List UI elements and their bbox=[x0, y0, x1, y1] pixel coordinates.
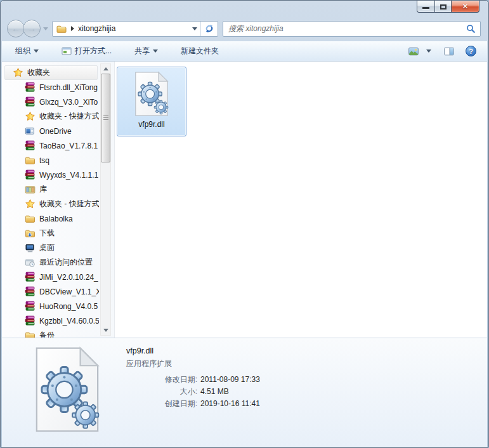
open-with-button[interactable]: 打开方式... bbox=[56, 43, 117, 60]
forward-button[interactable]: → bbox=[23, 20, 41, 37]
breadcrumb-path[interactable]: xitongzhijia bbox=[78, 24, 189, 33]
sidebar-scrollbar[interactable] bbox=[100, 63, 111, 336]
new-folder-button[interactable]: 新建文件夹 bbox=[175, 43, 225, 60]
command-toolbar: 组织 打开方式... 共享 新建文件夹 ? bbox=[2, 41, 487, 62]
open-with-icon bbox=[62, 46, 72, 56]
details-value: 2019-10-16 11:41 bbox=[200, 399, 260, 408]
minimize-button[interactable] bbox=[417, 1, 435, 13]
organize-label: 组织 bbox=[15, 46, 30, 56]
back-button[interactable]: ← bbox=[7, 20, 25, 37]
sidebar-item-label: Kgzbbl_V4.60.0.5 bbox=[39, 317, 99, 326]
sidebar-item-ftsrch[interactable]: Ftsrch.dll_XiTong bbox=[2, 80, 99, 95]
details-file-name: vfp9r.dll bbox=[126, 346, 260, 355]
forward-icon: → bbox=[27, 24, 36, 33]
breadcrumb-arrow-icon[interactable] bbox=[71, 26, 74, 31]
sidebar-item-favorites-shortcut-2[interactable]: 收藏夹 - 快捷方式 bbox=[2, 197, 99, 211]
folder-icon bbox=[25, 331, 36, 338]
details-value: 2011-08-09 17:33 bbox=[200, 375, 260, 384]
chevron-down-icon bbox=[153, 49, 158, 53]
refresh-button[interactable] bbox=[200, 22, 218, 36]
navigation-pane: 收藏夹 Ftsrch.dll_XiTong Glxzq_V3.0_XiTo 收藏… bbox=[2, 62, 115, 338]
organize-button[interactable]: 组织 bbox=[10, 43, 44, 60]
sidebar-item-downloads[interactable]: 下载 bbox=[2, 226, 99, 240]
scroll-down-button[interactable] bbox=[101, 326, 110, 335]
scrollbar-thumb[interactable] bbox=[101, 74, 110, 162]
scroll-up-icon bbox=[103, 67, 108, 70]
sidebar-item-favorites[interactable]: 收藏夹 bbox=[4, 65, 98, 80]
address-dropdown-button[interactable] bbox=[189, 22, 200, 36]
sidebar-item-label: 收藏夹 - 快捷方式 bbox=[39, 199, 99, 209]
sidebar-item-label: tsq bbox=[39, 156, 49, 165]
history-dropdown-icon[interactable] bbox=[43, 27, 48, 30]
sidebar-item-label: Glxzq_V3.0_XiTo bbox=[39, 98, 98, 107]
close-button[interactable]: ✕ bbox=[451, 1, 479, 13]
sidebar-item-jimi[interactable]: JiMi_V2.0.10.24_ bbox=[2, 270, 99, 284]
search-input[interactable] bbox=[223, 24, 466, 33]
search-icon bbox=[466, 24, 476, 34]
rar-archive-icon bbox=[25, 96, 36, 107]
sidebar-item-label: 最近访问的位置 bbox=[39, 257, 93, 268]
maximize-icon bbox=[440, 4, 447, 10]
minimize-icon bbox=[422, 7, 429, 9]
chevron-down-icon bbox=[426, 49, 431, 53]
scroll-down-icon bbox=[103, 329, 108, 332]
details-row-created: 创建日期:2019-10-16 11:41 bbox=[126, 398, 260, 410]
sidebar-item-tsq[interactable]: tsq bbox=[2, 153, 99, 168]
file-list-area[interactable]: vfp9r.dll bbox=[115, 62, 487, 338]
titlebar[interactable]: ✕ bbox=[1, 1, 488, 18]
star-icon bbox=[25, 111, 36, 122]
file-name-label: vfp9r.dll bbox=[138, 120, 164, 129]
favorites-list: 收藏夹 Ftsrch.dll_XiTong Glxzq_V3.0_XiTo 收藏… bbox=[2, 62, 114, 338]
details-label: 大小: bbox=[126, 386, 197, 398]
sidebar-item-label: JiMi_V2.0.10.24_ bbox=[39, 273, 98, 282]
address-bar[interactable]: xitongzhijia bbox=[52, 21, 218, 37]
preview-pane-icon bbox=[444, 47, 454, 56]
scroll-grip-icon bbox=[103, 115, 108, 121]
sidebar-item-kgzbbl[interactable]: Kgzbbl_V4.60.0.5 bbox=[2, 313, 99, 328]
sidebar-item-glxzq[interactable]: Glxzq_V3.0_XiTo bbox=[2, 95, 99, 109]
download-folder-icon bbox=[25, 228, 36, 238]
close-icon: ✕ bbox=[462, 3, 468, 10]
rar-archive-icon bbox=[25, 286, 36, 297]
search-box bbox=[223, 21, 481, 37]
rar-archive-icon bbox=[25, 272, 36, 282]
window-controls: ✕ bbox=[417, 1, 479, 13]
star-icon bbox=[13, 67, 23, 78]
sidebar-item-label: Wyyxds_V4.1.1.1 bbox=[39, 171, 98, 180]
sidebar-item-taobao[interactable]: TaoBao_V1.7.8.1 bbox=[2, 138, 99, 153]
sidebar-item-label: 库 bbox=[39, 184, 47, 195]
sidebar-item-backup[interactable]: 备份 bbox=[2, 328, 99, 338]
sidebar-item-label: Ftsrch.dll_XiTong bbox=[39, 83, 98, 92]
sidebar-item-label: OneDrive bbox=[39, 127, 72, 136]
details-file-type: 应用程序扩展 bbox=[126, 359, 260, 369]
window-body: 组织 打开方式... 共享 新建文件夹 ? bbox=[2, 41, 487, 447]
rar-archive-icon bbox=[25, 82, 36, 93]
details-row-size: 大小:4.51 MB bbox=[126, 386, 260, 398]
share-button[interactable]: 共享 bbox=[129, 43, 164, 60]
dll-gears-page-icon bbox=[32, 346, 102, 433]
file-item-vfp9r-dll[interactable]: vfp9r.dll bbox=[117, 67, 186, 136]
sidebar-item-onedrive[interactable]: OneDrive bbox=[2, 124, 99, 138]
preview-pane-button[interactable] bbox=[441, 44, 457, 58]
sidebar-item-huorong[interactable]: HuoRong_V4.0.5 bbox=[2, 299, 99, 313]
sidebar-item-balabolka[interactable]: Balabolka bbox=[2, 211, 99, 226]
maximize-button[interactable] bbox=[434, 1, 452, 13]
sidebar-item-label: DBCView_V1.1_X bbox=[39, 287, 99, 296]
sidebar-item-recent-places[interactable]: 最近访问的位置 bbox=[2, 255, 99, 270]
chevron-down-icon bbox=[34, 49, 39, 53]
star-icon bbox=[25, 199, 36, 209]
sidebar-item-desktop[interactable]: 桌面 bbox=[2, 240, 99, 255]
sidebar-item-dbcview[interactable]: DBCView_V1.1_X bbox=[2, 284, 99, 299]
sidebar-item-label: 收藏夹 bbox=[27, 67, 50, 78]
details-label: 创建日期: bbox=[126, 398, 197, 410]
sidebar-item-favorites-shortcut-1[interactable]: 收藏夹 - 快捷方式 bbox=[2, 109, 99, 124]
sidebar-item-label: HuoRong_V4.0.5 bbox=[39, 302, 98, 311]
dll-gears-page-icon bbox=[133, 71, 170, 117]
explorer-window: ✕ ← → xitongzhijia bbox=[0, 0, 489, 448]
change-view-button[interactable] bbox=[405, 44, 434, 58]
sidebar-item-libraries[interactable]: 库 bbox=[2, 182, 99, 197]
sidebar-item-label: 下载 bbox=[39, 228, 55, 239]
help-button[interactable]: ? bbox=[462, 43, 479, 59]
scroll-up-button[interactable] bbox=[101, 64, 110, 74]
sidebar-item-wyyxds[interactable]: Wyyxds_V4.1.1.1 bbox=[2, 168, 99, 182]
